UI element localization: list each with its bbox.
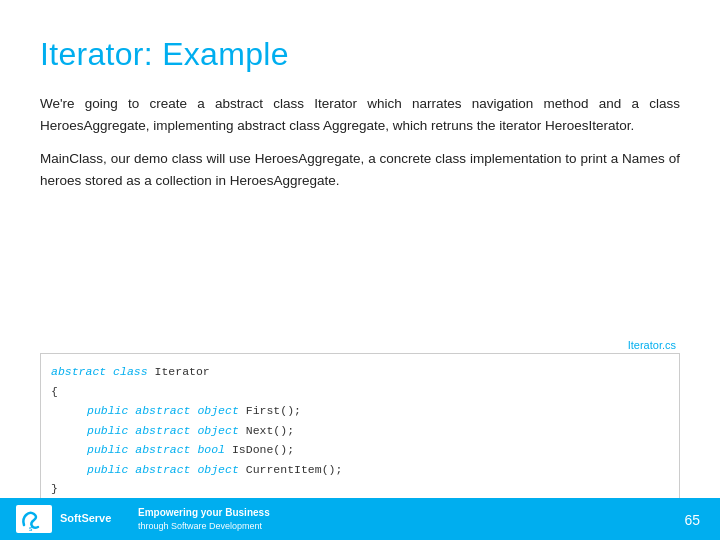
svg-text:SoftServe: SoftServe [60,512,111,524]
code-block: abstract class Iterator { public abstrac… [40,353,680,510]
code-text: CurrentItem(); [246,463,343,476]
code-filename: Iterator.cs [40,339,680,351]
code-text: Iterator [155,365,210,378]
code-text: } [51,482,58,495]
code-text: First(); [246,404,301,417]
footer-logo: S SoftServe Empowering your Business thr… [16,505,270,533]
softserve-text-icon: SoftServe [60,505,130,533]
code-text: { [51,385,58,398]
body-content: We're going to create a abstract class I… [40,93,680,202]
page-number: 65 [684,512,700,528]
code-keyword: public abstract bool [87,443,232,456]
code-keyword: public abstract object [87,463,246,476]
code-text: Next(); [246,424,294,437]
code-text: IsDone(); [232,443,294,456]
code-line-3: public abstract object First(); [51,401,669,421]
code-line-1: abstract class Iterator [51,362,669,382]
tagline-line2: through Software Development [138,520,270,533]
slide-title: Iterator: Example [40,36,680,73]
tagline-line1: Empowering your Business [138,506,270,520]
code-line-5: public abstract bool IsDone(); [51,440,669,460]
code-keyword: abstract class [51,365,155,378]
paragraph-2: MainClass, our demo class will use Heroe… [40,148,680,193]
code-keyword: public abstract object [87,424,246,437]
slide: Iterator: Example We're going to create … [0,0,720,540]
code-keyword: public abstract object [87,404,246,417]
footer: S SoftServe Empowering your Business thr… [0,498,720,540]
paragraph-1: We're going to create a abstract class I… [40,93,680,138]
softserve-logo-icon: S [16,505,52,533]
footer-tagline: Empowering your Business through Softwar… [138,506,270,533]
code-line-2: { [51,382,669,402]
code-line-6: public abstract object CurrentItem(); [51,460,669,480]
code-area: Iterator.cs abstract class Iterator { pu… [40,339,680,510]
code-line-4: public abstract object Next(); [51,421,669,441]
code-line-7: } [51,479,669,499]
